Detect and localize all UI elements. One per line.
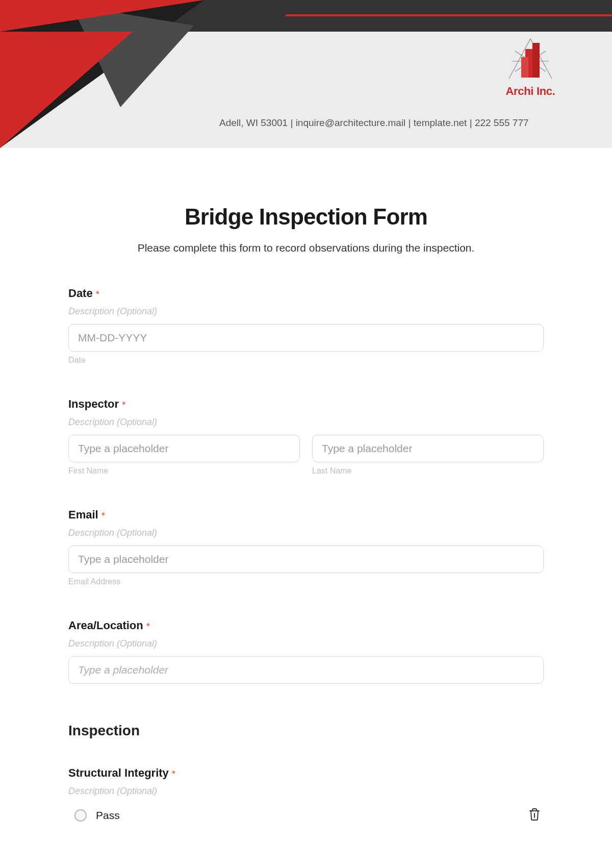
- area-label: Area/Location: [68, 619, 143, 632]
- area-input[interactable]: [68, 656, 544, 684]
- field-inspector: Inspector * Description (Optional) First…: [68, 398, 544, 476]
- date-sublabel: Date: [68, 356, 544, 365]
- form-title: Bridge Inspection Form: [68, 204, 544, 230]
- inspector-label: Inspector: [68, 398, 119, 410]
- email-description: Description (Optional): [68, 528, 544, 538]
- required-star: *: [101, 511, 105, 520]
- svg-rect-7: [521, 57, 528, 78]
- form-container: Bridge Inspection Form Please complete t…: [0, 148, 612, 844]
- date-label: Date: [68, 287, 93, 300]
- area-description: Description (Optional): [68, 638, 544, 649]
- email-sublabel: Email Address: [68, 577, 544, 586]
- svg-rect-6: [532, 43, 540, 78]
- field-email: Email * Description (Optional) Email Add…: [68, 508, 544, 586]
- date-description: Description (Optional): [68, 306, 544, 317]
- required-star: *: [122, 401, 125, 409]
- radio-button-pass[interactable]: [74, 809, 87, 822]
- letterhead-banner: Archi Inc. Adell, WI 53001 | inquire@arc…: [0, 0, 612, 148]
- form-subtitle: Please complete this form to record obse…: [68, 242, 544, 254]
- date-input[interactable]: [68, 324, 544, 352]
- section-heading-inspection: Inspection: [68, 723, 544, 739]
- structural-description: Description (Optional): [68, 786, 544, 797]
- logo-icon: [505, 36, 556, 83]
- inspector-first-name-input[interactable]: [68, 435, 300, 462]
- email-label: Email: [68, 508, 98, 521]
- trash-icon[interactable]: [528, 808, 541, 823]
- field-structural-integrity: Structural Integrity * Description (Opti…: [68, 766, 544, 823]
- radio-row-pass: Pass: [68, 808, 544, 823]
- company-contact-line: Adell, WI 53001 | inquire@architecture.m…: [219, 117, 561, 129]
- required-star: *: [96, 290, 99, 299]
- field-area-location: Area/Location * Description (Optional): [68, 619, 544, 684]
- email-input[interactable]: [68, 545, 544, 573]
- banner-triangle-red-top: [0, 0, 204, 32]
- inspector-last-name-input[interactable]: [312, 435, 544, 462]
- banner-triangle-red-bottom: [0, 32, 133, 148]
- required-star: *: [172, 770, 175, 778]
- inspector-description: Description (Optional): [68, 417, 544, 428]
- inspector-first-sublabel: First Name: [68, 466, 300, 476]
- logo-block: Archi Inc.: [505, 36, 556, 98]
- field-date: Date * Description (Optional) Date: [68, 287, 544, 365]
- inspector-last-sublabel: Last Name: [312, 466, 544, 476]
- radio-label-pass: Pass: [96, 809, 120, 822]
- required-star: *: [146, 622, 149, 631]
- company-name: Archi Inc.: [505, 85, 556, 98]
- structural-label: Structural Integrity: [68, 766, 169, 779]
